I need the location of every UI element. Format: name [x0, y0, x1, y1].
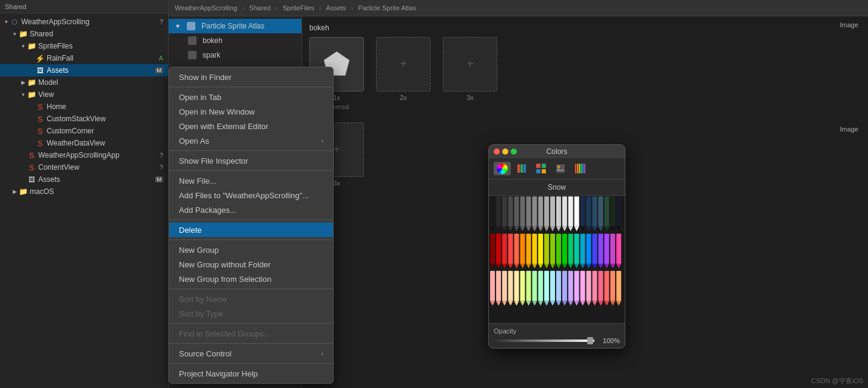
menu-open-as[interactable]: Open As › [169, 133, 333, 148]
sidebar-item-assets2[interactable]: ▾ 🖼 Assets M [0, 173, 168, 186]
svg-marker-114 [514, 301, 519, 306]
svg-rect-67 [508, 233, 513, 264]
menu-open-with-external-editor[interactable]: Open with External Editor [169, 119, 333, 133]
sidebar-item-weatherappscrollingapp[interactable]: ▾ S WeatherAppScrollingApp ? [0, 149, 168, 161]
menu-item-label: New Group from Selection [179, 275, 271, 284]
minimize-button[interactable] [502, 149, 508, 155]
svg-rect-85 [562, 233, 567, 264]
opacity-slider-thumb[interactable] [587, 337, 593, 344]
svg-rect-53 [598, 196, 603, 227]
colors-title: Colors [547, 147, 568, 156]
svg-rect-129 [562, 271, 567, 301]
sidebar-item-rainfall[interactable]: ▾ ⚡ RainFall A [0, 52, 168, 64]
image-panel-label: Image [839, 21, 858, 28]
sidebar-item-spritefiles[interactable]: ▾ 📁 SpriteFiles [0, 40, 168, 52]
swatches-button[interactable] [533, 162, 550, 175]
menu-show-in-finder[interactable]: Show in Finder [169, 70, 333, 84]
spark-item[interactable]: spark [169, 48, 301, 62]
svg-marker-120 [532, 301, 537, 306]
svg-marker-24 [508, 226, 513, 231]
svg-marker-100 [604, 264, 609, 269]
sidebar-item-model[interactable]: ▶ 📁 Model [0, 76, 168, 89]
sidebar-item-label: Shared [30, 30, 163, 38]
swift-icon: ⚡ [35, 53, 45, 63]
sidebar-item-customstackview[interactable]: ▾ S CustomStackView [0, 113, 168, 125]
sidebar-item-label: CustomCorner [47, 127, 163, 135]
menu-new-group[interactable]: New Group [169, 242, 333, 257]
svg-rect-41 [562, 196, 567, 227]
color-wheel-button[interactable] [494, 162, 511, 175]
sidebar-item-weatherappscrolling[interactable]: ▾ ⬡ WeatherAppScrolling ? [0, 16, 168, 28]
maximize-button[interactable] [511, 149, 517, 155]
breadcrumb-item[interactable]: SpriteFiles [283, 4, 314, 12]
menu-item-label: Show File Inspector [179, 156, 248, 166]
svg-rect-139 [592, 271, 597, 301]
crayons-button[interactable] [513, 162, 530, 175]
breadcrumb-item[interactable]: WeatherAppScrolling [175, 4, 237, 12]
svg-marker-78 [538, 264, 543, 269]
menu-item-label: Open with External Editor [179, 122, 268, 131]
svg-rect-63 [496, 233, 501, 264]
sidebar-item-view[interactable]: ▾ 📁 View [0, 89, 168, 101]
menu-open-in-tab[interactable]: Open in Tab [169, 90, 333, 104]
svg-marker-104 [616, 264, 621, 269]
svg-rect-1 [517, 164, 520, 173]
menu-open-in-new-window[interactable]: Open in New Window [169, 104, 333, 119]
close-button[interactable] [494, 149, 500, 155]
slot-box-3x[interactable]: + [443, 37, 497, 92]
menu-source-control[interactable]: Source Control › [169, 346, 333, 361]
menu-add-files[interactable]: Add Files to "WeatherAppScrolling"... [169, 188, 333, 202]
bokeh-item[interactable]: bokeh [169, 33, 301, 48]
svg-marker-50 [587, 226, 591, 231]
sidebar-item-customcorner[interactable]: ▾ S CustomCorner [0, 125, 168, 137]
menu-add-packages[interactable]: Add Packages... [169, 202, 333, 217]
tree-arrow: ▾ [19, 91, 27, 98]
particle-sprite-atlas-item[interactable]: ▾ Particle Sprite Atlas [169, 19, 301, 33]
plus-icon: + [466, 57, 474, 71]
swift-icon: S [35, 138, 45, 148]
menu-delete[interactable]: Delete [169, 222, 333, 237]
svg-marker-66 [502, 264, 507, 269]
svg-rect-37 [550, 196, 555, 227]
menu-project-navigator-help[interactable]: Project Navigator Help [169, 366, 333, 381]
svg-marker-60 [616, 226, 621, 231]
svg-rect-135 [580, 271, 585, 301]
sidebar-item-home[interactable]: ▾ S Home [0, 101, 168, 113]
breadcrumb-item[interactable]: Assets [326, 4, 346, 12]
svg-marker-62 [490, 264, 495, 269]
image-color-button[interactable] [552, 162, 569, 175]
window-controls [494, 149, 517, 155]
svg-rect-77 [538, 233, 543, 264]
sidebar-item-assets[interactable]: ▾ 🖼 Assets M [0, 64, 168, 76]
svg-rect-123 [544, 271, 549, 301]
svg-rect-31 [532, 196, 537, 227]
sidebar-item-label: WeatherAppScrollingApp [38, 151, 157, 159]
svg-marker-144 [604, 301, 609, 306]
menu-new-group-from-selection[interactable]: New Group from Selection [169, 272, 333, 286]
svg-rect-103 [616, 233, 621, 264]
svg-rect-3 [523, 164, 526, 173]
sidebar-item-contentview[interactable]: ▾ S ContentView ? [0, 161, 168, 173]
menu-new-group-without-folder[interactable]: New Group without Folder [169, 257, 333, 272]
folder-icon: 📁 [18, 187, 28, 196]
menu-show-file-inspector[interactable]: Show File Inspector [169, 153, 333, 168]
svg-rect-99 [604, 233, 609, 264]
sidebar-item-macos[interactable]: ▶ 📁 macOS [0, 186, 168, 198]
pencil-color-button[interactable] [571, 162, 588, 175]
breadcrumb-item[interactable]: Particle Sprite Atlas [358, 4, 415, 12]
svg-marker-140 [592, 301, 597, 306]
svg-rect-55 [604, 196, 609, 227]
breadcrumb-item[interactable]: Shared [249, 4, 271, 12]
sidebar-item-label: Model [38, 78, 163, 87]
breadcrumb-sep: › [319, 4, 321, 12]
svg-rect-21 [502, 196, 507, 227]
svg-rect-12 [579, 164, 580, 173]
sidebar-item-label: SpriteFiles [38, 42, 163, 50]
sidebar-item-shared[interactable]: ▾ 📁 Shared [0, 28, 168, 40]
slot-box-2x[interactable]: + [376, 37, 431, 92]
menu-new-file[interactable]: New File... [169, 173, 333, 188]
opacity-slider[interactable] [494, 340, 594, 342]
svg-marker-22 [502, 226, 507, 231]
opacity-section: Opacity 100% [489, 323, 625, 348]
sidebar-item-weatherdataview[interactable]: ▾ S WeatherDataView [0, 137, 168, 149]
